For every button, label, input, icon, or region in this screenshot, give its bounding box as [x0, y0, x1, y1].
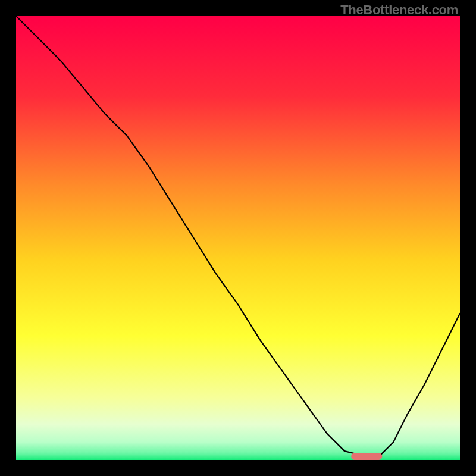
plot-area [16, 16, 460, 460]
heatmap-background [16, 16, 460, 460]
chart-svg [16, 16, 460, 460]
target-marker [351, 453, 382, 460]
chart-frame: TheBottleneck.com [0, 0, 476, 476]
